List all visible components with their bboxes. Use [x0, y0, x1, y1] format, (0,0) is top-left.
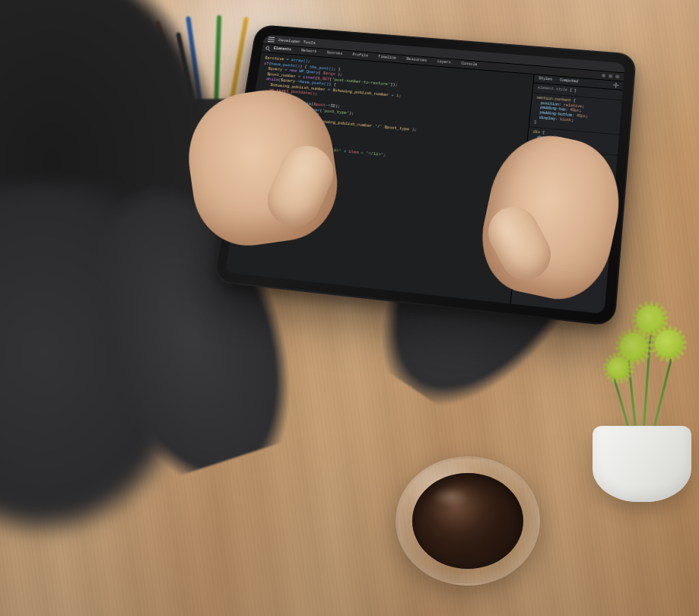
svg-point-2 [615, 84, 617, 87]
window-controls [602, 74, 620, 79]
devtools-title: Developer Tools [278, 37, 316, 46]
window-dot-icon[interactable] [608, 74, 612, 78]
devtools-tab-profile[interactable]: Profile [352, 52, 369, 59]
devtools-tab-elements[interactable]: Elements [273, 46, 291, 52]
side-tab-computed[interactable]: Computed [560, 78, 579, 85]
window-dot-icon[interactable] [615, 75, 619, 78]
devtools-tab-timeline[interactable]: Timeline [378, 55, 397, 61]
coffee-glass [396, 456, 540, 586]
gear-icon[interactable] [613, 82, 619, 87]
devtools-tab-layers[interactable]: Layers [437, 59, 451, 65]
devtools-tab-sources[interactable]: Sources [326, 51, 342, 57]
search-icon[interactable] [265, 46, 272, 52]
devtools-tab-console[interactable]: Console [461, 62, 478, 68]
menu-icon[interactable] [268, 37, 275, 43]
element-style-label: element.style [538, 86, 567, 93]
devtools-tab-network[interactable]: Network [300, 49, 316, 55]
window-dot-icon[interactable] [602, 74, 605, 78]
side-tab-styles[interactable]: Styles [539, 76, 553, 82]
devtools-tab-resources[interactable]: Resources [406, 57, 427, 64]
svg-line-1 [268, 49, 271, 51]
